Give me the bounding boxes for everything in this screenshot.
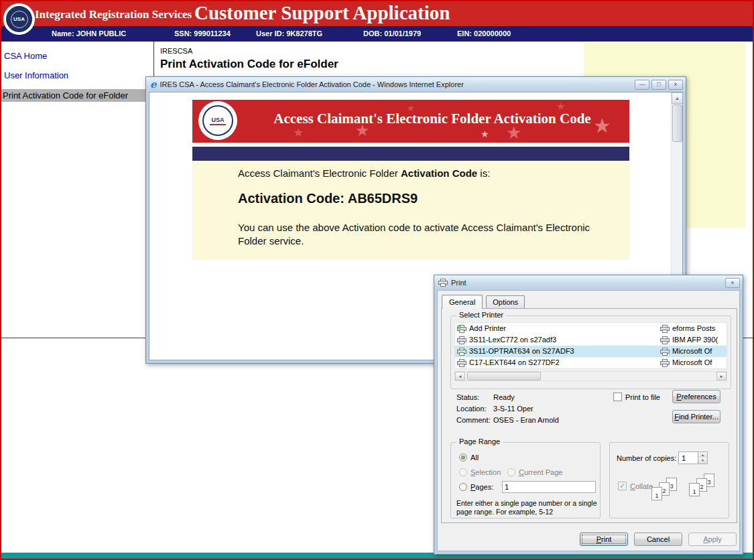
radio-pages[interactable] bbox=[459, 483, 467, 491]
cancel-button[interactable]: Cancel bbox=[634, 533, 682, 546]
location-row: Location: 3-S-11 Oper bbox=[456, 405, 533, 413]
collate-pages-icon: 3 2 1 3 2 1 bbox=[651, 474, 727, 514]
printer-icon bbox=[438, 279, 448, 287]
printer-icon bbox=[457, 348, 466, 356]
printer-icon bbox=[660, 325, 670, 333]
page-range-label: Page Range bbox=[456, 437, 503, 445]
scroll-up-button[interactable]: ▲ bbox=[672, 92, 683, 104]
print-to-file-checkbox[interactable] bbox=[613, 393, 622, 401]
status-label: Status: bbox=[456, 393, 491, 401]
print-button[interactable]: Print bbox=[580, 533, 628, 546]
banner: USA ★ ★ ★ ★ ★ ★ ★ Access Claimant's Elec… bbox=[192, 100, 629, 143]
printer-row[interactable]: C17-LEXT644 on S277DF2 Microsoft Of bbox=[455, 357, 727, 368]
ie-logo-icon: e bbox=[150, 78, 157, 90]
close-button[interactable]: × bbox=[668, 80, 683, 90]
tab-options[interactable]: Options bbox=[486, 295, 525, 308]
user-dob: DOB: 01/01/1979 bbox=[363, 29, 421, 38]
radio-current-page-option: Current Page bbox=[507, 468, 562, 476]
ssa-seal-logo: USA bbox=[3, 3, 35, 35]
radio-all[interactable] bbox=[459, 453, 467, 462]
printer-list: Add Printer eforms Posts 3S11-LexC772 on… bbox=[454, 322, 727, 369]
find-printer-button[interactable]: Find Printer... bbox=[672, 410, 720, 423]
banner-title: Access Claimant's Electronic Folder Acti… bbox=[239, 111, 625, 127]
printer-icon bbox=[457, 336, 466, 344]
collate-option: ✓ Collate bbox=[618, 482, 653, 490]
scrollbar-thumb[interactable] bbox=[467, 372, 541, 380]
print-dialog: Print × General Options Select Printer A… bbox=[434, 275, 743, 555]
printer-row-selected[interactable]: 3S11-OPTRAT634 on S27ADF3 Microsoft Of bbox=[455, 346, 727, 357]
sidebar-item-csa-home[interactable]: CSA Home bbox=[4, 51, 47, 61]
activation-message-line: Access Claimant's Electronic Folder Acti… bbox=[238, 167, 629, 179]
user-info-bar: Name: JOHN PUBLIC SSN: 999011234 User ID… bbox=[1, 26, 753, 42]
comment-label: Comment: bbox=[456, 416, 491, 424]
printer-row[interactable]: 3S11-LexC772 on s27adf3 IBM AFP 390( bbox=[455, 334, 727, 346]
tab-general[interactable]: General bbox=[442, 295, 483, 309]
user-ssn: SSN: 999011234 bbox=[174, 29, 231, 38]
tab-panel-general: Select Printer Add Printer eforms Posts bbox=[441, 308, 737, 523]
printer-row[interactable]: Add Printer eforms Posts bbox=[455, 323, 727, 334]
activation-message-box: Access Claimant's Electronic Folder Acti… bbox=[192, 161, 629, 260]
brand-title: Integrated Registration Services bbox=[35, 8, 192, 21]
breadcrumb: IRESCSA bbox=[160, 47, 192, 55]
printer-icon bbox=[660, 348, 670, 356]
comment-row: Comment: OSES - Eran Arnold bbox=[456, 416, 559, 424]
copies-input[interactable] bbox=[679, 452, 698, 464]
printer-icon bbox=[457, 359, 466, 367]
minimize-button[interactable]: — bbox=[635, 80, 649, 90]
content-heading: Print Activation Code for eFolder bbox=[160, 58, 338, 71]
copies-spinner: ▲ ▼ bbox=[678, 451, 708, 464]
copies-label: Number of copies: bbox=[617, 454, 676, 462]
status-row: Status: Ready bbox=[456, 393, 515, 401]
user-name: Name: JOHN PUBLIC bbox=[52, 29, 126, 38]
select-printer-label: Select Printer bbox=[456, 311, 506, 319]
status-value: Ready bbox=[493, 393, 515, 401]
radio-selection-option: Selection bbox=[459, 468, 501, 476]
star-icon: ★ bbox=[556, 101, 565, 111]
scroll-left-button[interactable]: ◄ bbox=[455, 372, 465, 380]
collate-label: Collate bbox=[630, 482, 653, 490]
sidebar-item-print-activation-code[interactable]: Print Activation Code for eFolder bbox=[1, 89, 153, 102]
print-to-file-label: Print to file bbox=[625, 393, 660, 401]
page-range-hint: Enter either a single page number or a s… bbox=[456, 499, 599, 516]
printer-icon bbox=[660, 336, 670, 344]
print-to-file-option: Print to file bbox=[613, 393, 660, 401]
print-dialog-titlebar[interactable]: Print × bbox=[434, 275, 743, 290]
ie-window-titlebar[interactable]: e IRES CSA - Access Claimant's Electroni… bbox=[146, 77, 686, 92]
app-root: Integrated Registration Services Custome… bbox=[0, 0, 754, 560]
user-id: User ID: 9K8278TG bbox=[256, 29, 322, 38]
window-title: IRES CSA - Access Claimant's Electronic … bbox=[160, 80, 633, 88]
printer-icon bbox=[660, 359, 670, 367]
select-printer-group: Select Printer Add Printer eforms Posts bbox=[450, 316, 731, 389]
dialog-title: Print bbox=[451, 279, 723, 287]
radio-pages-option: Pages: bbox=[459, 483, 493, 491]
location-label: Location: bbox=[456, 405, 491, 413]
page-range-group: Page Range All Selection Current Page bbox=[450, 442, 601, 518]
sidebar-item-user-information[interactable]: User Information bbox=[4, 70, 68, 80]
collate-checkbox[interactable]: ✓ bbox=[618, 482, 627, 490]
user-ein: EIN: 020000000 bbox=[457, 29, 511, 38]
banner-ssa-seal: USA bbox=[198, 101, 237, 140]
star-icon: ★ bbox=[293, 127, 304, 139]
comment-value: OSES - Eran Arnold bbox=[493, 416, 559, 424]
activation-instructions: You can use the above Activation code to… bbox=[238, 221, 613, 249]
print-dialog-body: General Options Select Printer Add Print… bbox=[437, 290, 740, 551]
horizontal-scrollbar[interactable]: ◄ ► bbox=[454, 371, 727, 381]
radio-selection[interactable] bbox=[459, 468, 467, 476]
close-button[interactable]: × bbox=[725, 278, 740, 288]
spin-down-button[interactable]: ▼ bbox=[698, 458, 707, 464]
page-title: Customer Support Application bbox=[194, 2, 450, 24]
preferences-button[interactable]: Preferences bbox=[672, 390, 720, 403]
activation-code: Activation Code: AB65DRS9 bbox=[238, 191, 629, 206]
banner-stripe bbox=[192, 147, 629, 161]
scroll-right-button[interactable]: ► bbox=[716, 372, 727, 380]
apply-button[interactable]: Apply bbox=[688, 533, 737, 546]
copies-group: Number of copies: ▲ ▼ ✓ Collate 3 2 bbox=[609, 442, 729, 518]
scrollbar-thumb[interactable] bbox=[672, 104, 682, 142]
ssa-seal-emblem: USA bbox=[6, 6, 32, 32]
radio-current-page[interactable] bbox=[507, 468, 515, 476]
app-header: Integrated Registration Services Custome… bbox=[1, 1, 753, 26]
maximize-button[interactable]: □ bbox=[651, 80, 666, 90]
pages-input[interactable] bbox=[502, 481, 596, 493]
radio-all-option: All bbox=[459, 453, 479, 462]
add-printer-icon bbox=[457, 325, 466, 333]
